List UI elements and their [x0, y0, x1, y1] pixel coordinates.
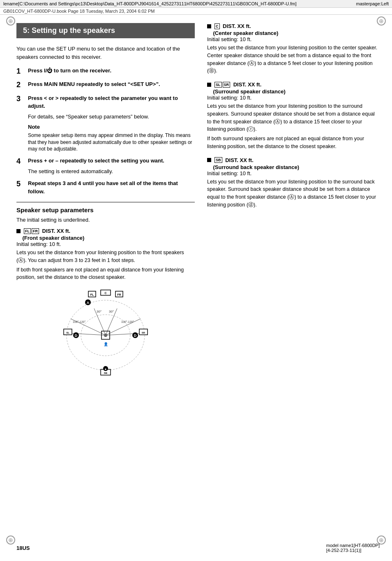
svg-text:FL: FL: [90, 293, 94, 296]
step-2: 2 Press MAIN MENU repeatedly to select “…: [16, 80, 195, 90]
surround-back-dist-label: DIST. XX ft.: [224, 157, 254, 163]
param-front-title: FL FR DIST. XX ft.: [16, 228, 195, 234]
param-surround-back-title: SB DIST. XX ft.: [207, 157, 380, 163]
bullet-center: [207, 24, 211, 28]
surround-desc2: If both surround speakers are not placed…: [207, 135, 380, 151]
header-masterpage: masterpage:Left: [356, 1, 389, 6]
step-3-content: Press < or > repeatedly to select the pa…: [28, 94, 195, 153]
section-heading: Speaker setup parameters: [16, 206, 195, 213]
footer: 18US model name1[HT-6800DP] [4-252-273-1…: [0, 543, 392, 553]
svg-text:👤: 👤: [104, 342, 108, 347]
svg-text:SL: SL: [66, 332, 69, 334]
step-1-text: Press I/⏻ to turn on the receiver.: [28, 67, 111, 74]
surround-back-subtitle: (Surround back speaker distance): [207, 164, 380, 170]
front-desc1: Lets you set the distance from your list…: [16, 249, 195, 264]
surround-dist-label: DIST. XX ft.: [232, 81, 261, 88]
header-filepath: lename[C:\Documents and Settings\pc13\De…: [3, 1, 297, 6]
step-4: 4 Press + or – repeatedly to select the …: [16, 157, 195, 175]
step-2-num: 2: [16, 80, 25, 90]
step-3-sub: For details, see “Speaker setup paramete…: [28, 113, 195, 121]
svg-point-34: [104, 334, 107, 337]
step-3-bold: Press < or > repeatedly to select the pa…: [28, 95, 178, 109]
fr-icon: FR: [32, 228, 39, 234]
center-subtitle: (Center speaker distance): [207, 30, 380, 36]
sr-icon: SR: [223, 82, 231, 88]
bullet-front: [16, 229, 21, 233]
sub-header: GB01COV_HT-6800DP-U.book Page 18 Tuesday…: [0, 8, 392, 15]
step-2-text: Press MAIN MENU repeatedly to select “<S…: [28, 81, 160, 87]
step-5-num: 5: [16, 179, 25, 195]
step-2-content: Press MAIN MENU repeatedly to select “<S…: [28, 80, 195, 90]
front-initial: Initial setting: 10 ft.: [16, 241, 195, 247]
surround-initial: Initial setting: 10 ft.: [207, 95, 380, 101]
step-1-content: Press I/⏻ to turn on the receiver.: [28, 67, 195, 76]
right-column: C DIST. XX ft. (Center speaker distance)…: [207, 23, 380, 382]
header-bar: lename[C:\Documents and Settings\pc13\De…: [0, 0, 392, 8]
surround-speaker-icons: SL SR: [214, 82, 230, 88]
surround-subtitle: (Surround speaker distance): [207, 88, 380, 95]
note-text: Some speaker setup items may appear dimm…: [28, 132, 195, 153]
step-5: 5 Repeat steps 3 and 4 until you have se…: [16, 179, 195, 195]
section-divider: [16, 202, 195, 202]
svg-text:SB: SB: [104, 372, 108, 374]
svg-text:FR: FR: [117, 293, 121, 296]
svg-text:C: C: [104, 292, 106, 294]
sub-header-bookref: GB01COV_HT-6800DP-U.book Page 18 Tuesday…: [3, 9, 155, 14]
step-4-sub: The setting is entered automatically.: [28, 167, 195, 176]
surround-back-initial: Initial setting: 10 ft.: [207, 170, 380, 176]
steps-list: 1 Press I/⏻ to turn on the receiver. 2 P…: [16, 67, 195, 195]
bullet-surround-back: [207, 158, 211, 162]
svg-text:100°-120°: 100°-120°: [73, 320, 85, 323]
svg-text:SR: SR: [142, 332, 145, 334]
step-4-content: Press + or – repeatedly to select the se…: [28, 157, 195, 175]
front-speaker-icons: FL FR: [24, 228, 39, 234]
main-content: 5: Setting up the speakers You can use t…: [0, 15, 392, 391]
param-front: FL FR DIST. XX ft. (Front speaker distan…: [16, 228, 195, 281]
step-3-num: 3: [16, 94, 25, 153]
step-5-content: Repeat steps 3 and 4 until you have set …: [28, 179, 195, 195]
center-speaker-icons: C: [214, 23, 220, 29]
center-dist-label: DIST. XX ft.: [221, 23, 251, 29]
center-initial: Initial setting: 10 ft.: [207, 36, 380, 42]
svg-text:30°: 30°: [97, 310, 101, 313]
surround-desc1: Lets you set the distance from your list…: [207, 102, 380, 133]
intro-text: You can use the SET UP menu to set the d…: [16, 45, 195, 61]
step-3: 3 Press < or > repeatedly to select the …: [16, 94, 195, 153]
center-desc1: Lets you set the distance from your list…: [207, 44, 380, 75]
chapter-title: 5: Setting up the speakers: [16, 23, 195, 38]
bullet-surround: [207, 83, 211, 87]
svg-text:30°: 30°: [109, 310, 114, 313]
fl-icon: FL: [24, 228, 31, 234]
step-5-bold: Repeat steps 3 and 4 until you have set …: [28, 180, 178, 195]
front-subtitle: (Front speaker distance): [16, 235, 195, 241]
param-surround-back: SB DIST. XX ft. (Surround back speaker d…: [207, 157, 380, 209]
sb-icon: SB: [214, 157, 222, 163]
front-dist-label: DIST. XX ft.: [41, 228, 70, 234]
step-1-num: 1: [16, 67, 25, 76]
part-number: [4-252-273-11(1)]: [326, 548, 380, 553]
surround-back-desc1: Lets you set the distance from your list…: [207, 178, 380, 209]
surround-back-speaker-icons: SB: [214, 157, 222, 163]
page-number: 18US: [16, 545, 30, 551]
note-title: Note: [28, 123, 195, 131]
step-4-num: 4: [16, 157, 25, 175]
svg-text:●: ●: [105, 367, 107, 371]
c-icon: C: [214, 23, 220, 29]
front-desc2: If both front speakers are not placed an…: [16, 266, 195, 282]
svg-text:D: D: [134, 334, 137, 338]
left-column: 5: Setting up the speakers You can use t…: [16, 23, 195, 382]
param-center-title: C DIST. XX ft.: [207, 23, 380, 29]
sl-icon: SL: [214, 82, 222, 88]
footer-right: model name1[HT-6800DP] [4-252-273-11(1)]: [326, 543, 380, 553]
svg-text:D: D: [75, 334, 78, 338]
param-center: C DIST. XX ft. (Center speaker distance)…: [207, 23, 380, 75]
diagram-svg: ⊕ FL A FR C SL D: [60, 288, 151, 378]
initial-setting-note: The initial setting is underlined.: [16, 217, 195, 223]
speaker-diagram: ⊕ FL A FR C SL D: [60, 288, 151, 378]
step-4-bold: Press + or – repeatedly to select the se…: [28, 158, 164, 164]
svg-text:A: A: [87, 301, 90, 305]
step-3-note: Note Some speaker setup items may appear…: [28, 123, 195, 153]
step-1: 1 Press I/⏻ to turn on the receiver.: [16, 67, 195, 76]
param-surround-title: SL SR DIST. XX ft.: [207, 81, 380, 88]
model-name: model name1[HT-6800DP]: [326, 543, 380, 548]
